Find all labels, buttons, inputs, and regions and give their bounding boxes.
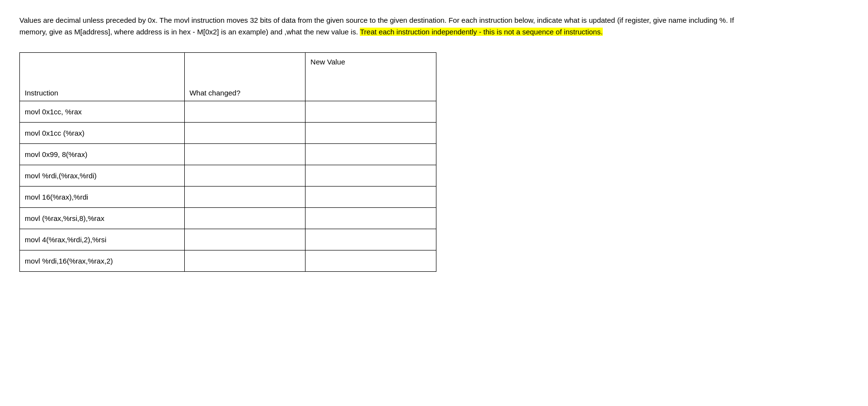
instruction-cell-6: movl 4(%rax,%rdi,2),%rsi: [20, 229, 185, 250]
header-what-changed: What changed?: [184, 53, 305, 101]
header-new-value: New Value: [305, 53, 436, 101]
header-what-changed-label: What changed?: [190, 89, 241, 97]
table-row: movl 0x1cc (%rax): [20, 123, 436, 144]
what-changed-cell-2[interactable]: [184, 144, 305, 165]
header-instruction-label: Instruction: [25, 89, 58, 97]
table-wrapper: Instruction What changed? New Value movl…: [19, 52, 849, 272]
table-row: movl %rdi,16(%rax,%rax,2): [20, 250, 436, 272]
instruction-cell-1: movl 0x1cc (%rax): [20, 123, 185, 144]
new-value-cell-1[interactable]: [305, 123, 436, 144]
what-changed-cell-0[interactable]: [184, 101, 305, 123]
what-changed-cell-5[interactable]: [184, 208, 305, 229]
instruction-cell-0: movl 0x1cc, %rax: [20, 101, 185, 123]
new-value-cell-7[interactable]: [305, 250, 436, 272]
what-changed-cell-1[interactable]: [184, 123, 305, 144]
intro-paragraph: Values are decimal unless preceded by 0x…: [19, 15, 747, 38]
table-row: movl 4(%rax,%rdi,2),%rsi: [20, 229, 436, 250]
table-row: movl (%rax,%rsi,8),%rax: [20, 208, 436, 229]
instructions-table: Instruction What changed? New Value movl…: [19, 52, 436, 272]
what-changed-cell-6[interactable]: [184, 229, 305, 250]
what-changed-cell-3[interactable]: [184, 165, 305, 187]
what-changed-cell-7[interactable]: [184, 250, 305, 272]
instruction-cell-2: movl 0x99, 8(%rax): [20, 144, 185, 165]
new-value-cell-6[interactable]: [305, 229, 436, 250]
what-changed-cell-4[interactable]: [184, 187, 305, 208]
instruction-cell-4: movl 16(%rax),%rdi: [20, 187, 185, 208]
table-row: movl 0x99, 8(%rax): [20, 144, 436, 165]
instruction-cell-3: movl %rdi,(%rax,%rdi): [20, 165, 185, 187]
new-value-cell-4[interactable]: [305, 187, 436, 208]
table-row: movl 16(%rax),%rdi: [20, 187, 436, 208]
header-instruction: Instruction: [20, 53, 185, 101]
table-header-row: Instruction What changed? New Value: [20, 53, 436, 101]
new-value-cell-5[interactable]: [305, 208, 436, 229]
header-new-value-label: New Value: [310, 58, 345, 66]
new-value-cell-2[interactable]: [305, 144, 436, 165]
instruction-cell-5: movl (%rax,%rsi,8),%rax: [20, 208, 185, 229]
table-row: movl 0x1cc, %rax: [20, 101, 436, 123]
table-body: movl 0x1cc, %raxmovl 0x1cc (%rax)movl 0x…: [20, 101, 436, 272]
intro-text-highlighted: Treat each instruction independently - t…: [360, 28, 603, 36]
new-value-cell-3[interactable]: [305, 165, 436, 187]
instruction-cell-7: movl %rdi,16(%rax,%rax,2): [20, 250, 185, 272]
new-value-cell-0[interactable]: [305, 101, 436, 123]
table-row: movl %rdi,(%rax,%rdi): [20, 165, 436, 187]
